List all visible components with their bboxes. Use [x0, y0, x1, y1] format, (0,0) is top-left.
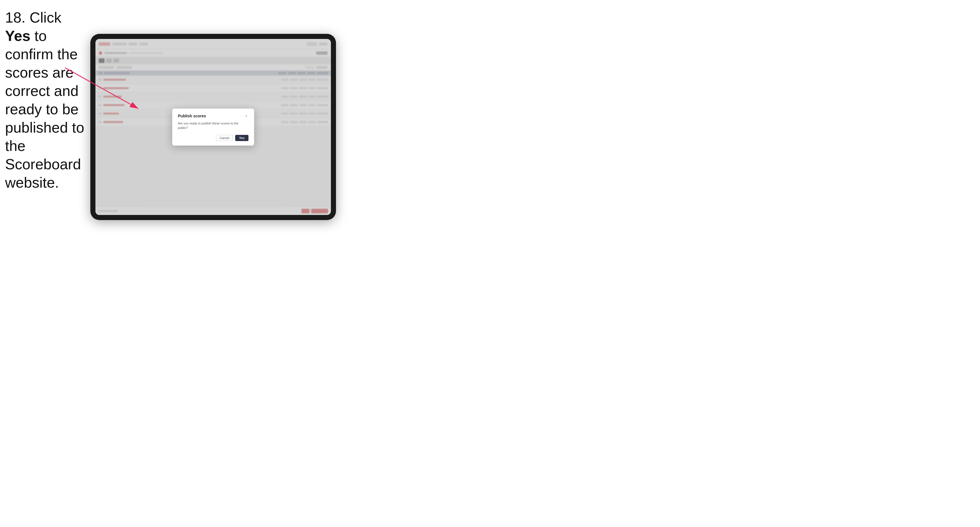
cancel-button[interactable]: Cancel: [216, 135, 233, 141]
instruction-suffix: to confirm the scores are correct and re…: [5, 28, 84, 191]
instruction-prefix: Click: [25, 9, 61, 26]
modal-close-button[interactable]: ×: [244, 114, 248, 118]
instruction-text: 18. Click Yes to confirm the scores are …: [5, 8, 87, 192]
modal-header: Publish scores ×: [178, 114, 248, 118]
modal-title: Publish scores: [178, 114, 206, 118]
modal-actions: Cancel Yes: [178, 135, 248, 141]
modal-overlay: Publish scores × Are you ready to publis…: [95, 39, 331, 215]
yes-keyword: Yes: [5, 28, 30, 44]
step-number: 18.: [5, 9, 25, 26]
tablet-screen: Publish scores × Are you ready to publis…: [95, 39, 331, 215]
yes-button[interactable]: Yes: [235, 135, 248, 141]
modal-body-text: Are you ready to publish these scores to…: [178, 121, 248, 130]
tablet-frame: Publish scores × Are you ready to publis…: [90, 34, 336, 220]
publish-scores-modal: Publish scores × Are you ready to publis…: [172, 109, 254, 146]
